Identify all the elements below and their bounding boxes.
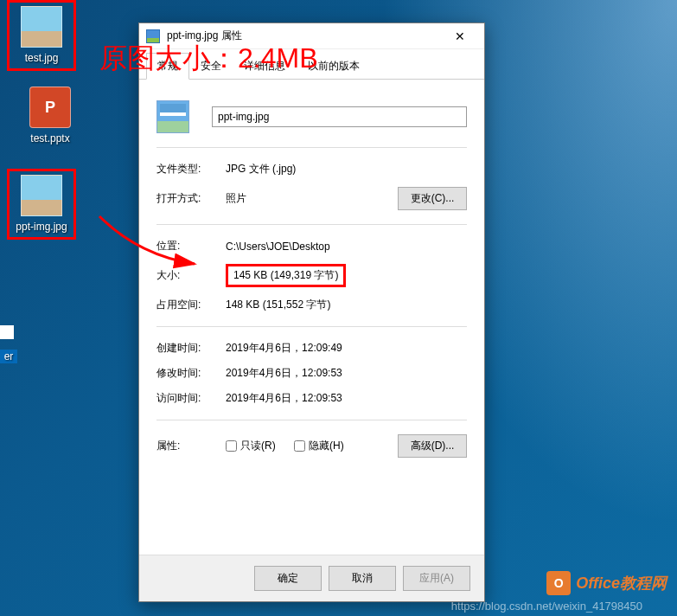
sizeondisk-label: 占用空间: (156, 298, 226, 312)
apply-button[interactable]: 应用(A) (403, 566, 470, 591)
watermark-url: https://blog.csdn.net/weixin_41798450 (451, 600, 642, 613)
accessed-label: 访问时间: (156, 391, 226, 406)
readonly-check-input[interactable] (226, 440, 237, 452)
annotation-text: 原图大小：2.4MB (99, 40, 317, 78)
accessed-value: 2019年4月6日，12:09:53 (226, 391, 467, 406)
location-label: 位置: (156, 239, 226, 253)
desktop-icon-test-jpg[interactable]: test.jpg (7, 0, 76, 71)
file-icon (0, 325, 14, 339)
size-label: 大小: (156, 268, 226, 283)
readonly-checkbox[interactable]: 只读(R) (226, 439, 276, 453)
powerpoint-icon: P (29, 87, 71, 128)
dialog-content: ppt-img.jpg 文件类型: JPG 文件 (.jpg) 打开方式: 照片… (139, 80, 484, 555)
filename-input[interactable]: ppt-img.jpg (212, 106, 467, 127)
icon-label: test.jpg (13, 51, 70, 65)
office-icon: O (546, 571, 571, 595)
advanced-button[interactable]: 高级(D)... (398, 434, 467, 458)
attributes-label: 属性: (156, 439, 226, 453)
dialog-button-bar: 确定 取消 应用(A) (139, 555, 484, 601)
openwith-label: 打开方式: (156, 191, 226, 206)
icon-label: ppt-img.jpg (13, 220, 70, 234)
watermark-logo: O Office教程网 (546, 571, 667, 595)
openwith-value: 照片 (226, 191, 398, 206)
created-label: 创建时间: (156, 341, 226, 356)
desktop-icon-test-pptx[interactable]: P test.pptx (16, 87, 85, 145)
desktop-icon-ppt-img-jpg[interactable]: ppt-img.jpg (7, 169, 76, 240)
image-icon (21, 6, 62, 48)
hidden-checkbox[interactable]: 隐藏(H) (294, 439, 344, 453)
icon-label: test.pptx (16, 132, 85, 145)
modified-label: 修改时间: (156, 366, 226, 381)
sizeondisk-value: 148 KB (151,552 字节) (226, 298, 467, 312)
size-value: 145 KB (149,319 字节) (226, 264, 346, 287)
hidden-check-label: 隐藏(H) (309, 439, 344, 453)
icon-label: er (0, 350, 17, 363)
properties-dialog: ppt-img.jpg 属性 ✕ 常规 安全 详细信息 以前的版本 ppt-im… (138, 22, 485, 602)
change-button[interactable]: 更改(C)... (398, 187, 467, 210)
cancel-button[interactable]: 取消 (329, 566, 396, 591)
close-button[interactable]: ✕ (443, 25, 477, 48)
desktop-icon-partial[interactable] (0, 325, 17, 339)
ok-button[interactable]: 确定 (254, 566, 322, 591)
desktop-icon-partial-2[interactable]: er (0, 350, 17, 363)
created-value: 2019年4月6日，12:09:49 (226, 341, 467, 356)
image-icon (21, 175, 62, 216)
filetype-value: JPG 文件 (.jpg) (226, 162, 467, 176)
watermark-text: Office教程网 (576, 573, 667, 594)
filetype-label: 文件类型: (156, 162, 226, 176)
readonly-check-label: 只读(R) (240, 439, 276, 453)
location-value: C:\Users\JOE\Desktop (226, 241, 467, 253)
file-preview-icon (156, 100, 189, 133)
modified-value: 2019年4月6日，12:09:53 (226, 366, 467, 381)
hidden-check-input[interactable] (294, 440, 305, 452)
